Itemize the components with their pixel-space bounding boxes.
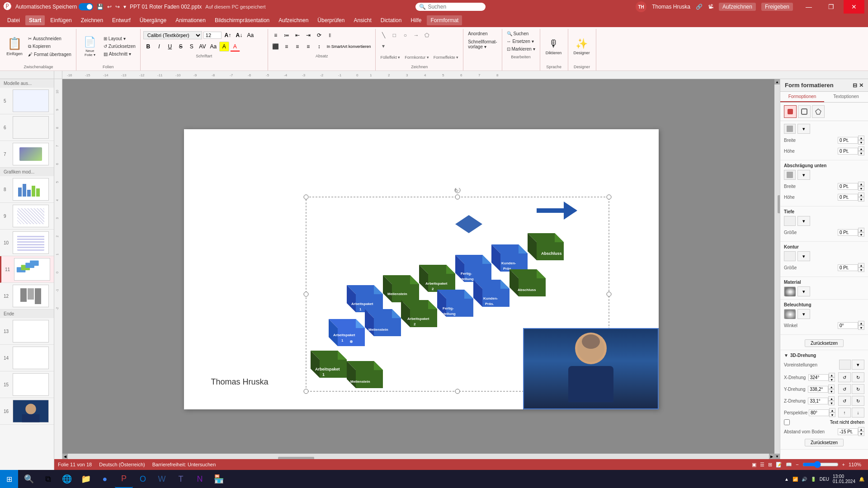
paste-btn[interactable]: 📋 Einfügen	[4, 33, 25, 60]
floor-distance-input[interactable]	[838, 428, 858, 435]
top-bevel-height-down[interactable]: ▼	[858, 151, 864, 155]
italic-btn[interactable]: I	[154, 42, 164, 52]
menu-ansicht[interactable]: Ansicht	[350, 15, 375, 25]
zoom-slider[interactable]	[802, 461, 839, 468]
notes-view-btn[interactable]: 📝	[776, 462, 782, 468]
bullets-btn[interactable]: ≡	[271, 30, 281, 40]
font-size-input[interactable]	[203, 32, 222, 39]
notifications-icon[interactable]: 🔔	[859, 477, 864, 482]
bot-bevel-swatch[interactable]	[784, 170, 796, 180]
slide-thumb-14[interactable]: 14	[0, 345, 54, 371]
copy-btn[interactable]: ⧉ Kopieren	[26, 43, 73, 50]
redo-icon[interactable]: ↪	[115, 4, 120, 10]
textdirection-btn[interactable]: ⟳	[314, 30, 324, 40]
align-center-btn[interactable]: ≡	[282, 42, 292, 52]
menu-einfuegen[interactable]: Einfügen	[47, 15, 75, 25]
clear-format-btn[interactable]: Aa	[245, 30, 255, 40]
bot-bevel-height-down[interactable]: ▼	[858, 197, 864, 202]
vscrollbar[interactable]: ▲ ▼	[774, 79, 780, 459]
start-button[interactable]: ⊞	[0, 470, 18, 488]
effects-tab-icon[interactable]	[812, 105, 825, 118]
no-text-rotate-checkbox[interactable]	[784, 419, 790, 425]
perspective-down[interactable]: ▼	[829, 413, 835, 417]
font-name-selector[interactable]: Calibri (Textkörper)	[143, 31, 202, 39]
menu-uebergaenge[interactable]: Übergänge	[136, 15, 170, 25]
taskbar-word[interactable]: W	[153, 470, 171, 488]
language-indicator[interactable]: Deutsch (Österreich)	[99, 462, 145, 467]
outline-size-down[interactable]: ▼	[858, 267, 864, 272]
perspective-decrease[interactable]: ↑	[838, 408, 851, 418]
tab-formoptionen[interactable]: Formoptionen	[780, 92, 824, 102]
taskbar-chrome[interactable]: ●	[96, 470, 114, 488]
menu-zeichnen[interactable]: Zeichnen	[77, 15, 107, 25]
keyboard-layout[interactable]: DEU	[820, 477, 829, 482]
select-btn[interactable]: ⊡ Markieren ▾	[505, 46, 537, 52]
fontcolor-btn[interactable]: A	[230, 42, 240, 52]
bot-bevel-width-up[interactable]: ▲	[858, 182, 864, 186]
y-rot-up[interactable]: ▲	[828, 385, 835, 389]
perspective-input[interactable]	[809, 409, 829, 416]
network-icon[interactable]: 📶	[793, 477, 798, 482]
menu-ueberpruefen[interactable]: Überprüfen	[314, 15, 348, 25]
layout-btn[interactable]: ⊞ Layout ▾	[102, 35, 137, 42]
save-icon[interactable]: 💾	[97, 4, 104, 10]
outline-size-input[interactable]	[838, 264, 858, 271]
menu-formformat[interactable]: Formformat	[427, 15, 462, 25]
menu-hilfe[interactable]: Hilfe	[407, 15, 425, 25]
dictate-btn[interactable]: 🎙 Diktieren	[543, 33, 565, 60]
linespace-btn[interactable]: ↕	[314, 42, 324, 52]
font-grow-btn[interactable]: A↑	[223, 30, 233, 40]
sound-icon[interactable]: 🔊	[802, 477, 807, 482]
autosave-switch[interactable]	[79, 3, 93, 10]
close-btn[interactable]: ✕	[844, 0, 864, 14]
slide-thumb-5[interactable]: 5	[0, 88, 54, 114]
numbering-btn[interactable]: ≔	[282, 30, 292, 40]
depth-title[interactable]: Tiefe	[784, 209, 864, 214]
z-rot-ccw[interactable]: ↺	[838, 396, 851, 406]
top-bevel-height-up[interactable]: ▲	[858, 146, 864, 151]
present-icon[interactable]: 📽	[708, 4, 713, 10]
slide-thumb-12[interactable]: 12	[0, 283, 54, 310]
x-rot-up[interactable]: ▲	[829, 373, 835, 377]
lighting-angle-down[interactable]: ▼	[858, 325, 864, 330]
search-input[interactable]	[428, 4, 482, 10]
zoom-level[interactable]: 110%	[849, 462, 864, 467]
effects-btn[interactable]: Formeffekte ▾	[432, 52, 460, 62]
slide-thumb-7[interactable]: 7	[0, 141, 54, 168]
strikethrough-btn[interactable]: S	[176, 42, 186, 52]
menu-dictation[interactable]: Dictation	[377, 15, 406, 25]
zoom-out-btn[interactable]: −	[796, 462, 798, 467]
accessibility-indicator[interactable]: Barrierefreiheit: Untersuchen	[152, 462, 216, 467]
schnellformat-btn[interactable]: Schnellformat-vorlage ▾	[466, 38, 499, 50]
arrange-btn[interactable]: Anordnen	[466, 30, 499, 37]
section-btn[interactable]: ▤ Abschnitt ▾	[102, 51, 137, 57]
top-bevel-width-input[interactable]	[838, 137, 858, 144]
search-btn[interactable]: 🔍 Suchen	[505, 30, 537, 37]
menu-start[interactable]: Start	[25, 15, 45, 25]
minimize-btn[interactable]: —	[798, 0, 819, 14]
font-shrink-btn[interactable]: A↓	[234, 30, 244, 40]
decrease-indent-btn[interactable]: ⇤	[292, 30, 302, 40]
bottom-bevel-title[interactable]: Abschrägung unten	[784, 163, 864, 168]
x-rot-down[interactable]: ▼	[829, 377, 835, 382]
line-tab-icon[interactable]	[798, 105, 811, 118]
bot-bevel-width-input[interactable]	[838, 183, 858, 190]
depth-size-down[interactable]: ▼	[858, 232, 864, 237]
depth-size-input[interactable]	[838, 229, 858, 236]
bot-bevel-height-up[interactable]: ▲	[858, 192, 864, 197]
top-bevel-width-up[interactable]: ▲	[858, 136, 864, 140]
canvas-area[interactable]: Abschluss Kunden- Präs.	[62, 79, 780, 459]
highlight-btn[interactable]: A	[219, 42, 229, 52]
share-icon[interactable]: 🔗	[696, 4, 703, 10]
ellipse-btn[interactable]: ○	[400, 30, 410, 40]
sys-tray-icons[interactable]: ▲	[784, 477, 789, 482]
panel-close-icon[interactable]: ✕	[859, 82, 863, 89]
slide-thumb-16[interactable]: 16	[0, 398, 54, 425]
depth-size-up[interactable]: ▲	[858, 228, 864, 232]
lighting-title[interactable]: Beleuchtung	[784, 302, 864, 307]
y-rot-ccw[interactable]: ↺	[838, 384, 851, 394]
y-rot-cw[interactable]: ↻	[852, 384, 864, 394]
bot-bevel-width-down[interactable]: ▼	[858, 186, 864, 191]
y-rotation-input[interactable]	[808, 386, 828, 393]
bold-btn[interactable]: B	[143, 42, 153, 52]
